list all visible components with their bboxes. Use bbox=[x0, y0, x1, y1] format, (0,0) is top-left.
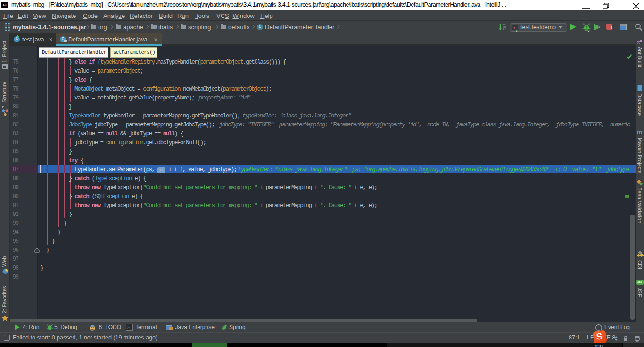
svg-text:2: 2 bbox=[516, 29, 518, 32]
svg-text:01: 01 bbox=[503, 28, 506, 31]
svg-text:2: 2 bbox=[588, 29, 590, 32]
